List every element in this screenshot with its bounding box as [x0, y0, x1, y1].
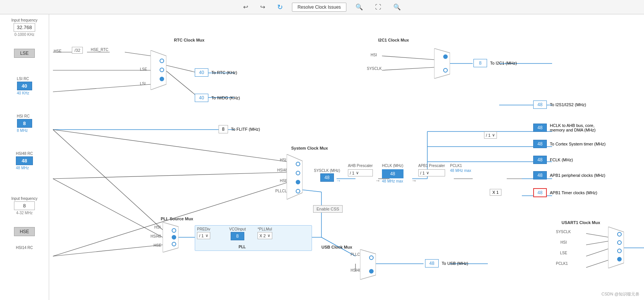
svg-point-50	[160, 59, 164, 63]
svg-point-52	[160, 77, 164, 81]
usart1-hsi-label: HSI	[560, 240, 567, 244]
to-flitf-value: 8	[219, 125, 228, 133]
zoom-button[interactable]: 🔍	[390, 2, 404, 12]
ahb-div1-dropdown[interactable]: / 1 ∨	[484, 131, 497, 139]
pll-area: PREDiv / 1 ∨ VCOInput 8 *PLLMul X 2 ∨	[195, 225, 312, 251]
svg-marker-65	[360, 249, 376, 280]
search-button[interactable]: 🔍	[352, 2, 366, 12]
to-i2c1-container: 8 To I2C1 (MHz)	[473, 59, 517, 67]
svg-point-70	[618, 241, 621, 244]
apb1-prescaler-container: APB1 Prescaler / 1 ∨	[418, 164, 445, 176]
svg-point-62	[172, 229, 176, 232]
i2c1-clock-mux-title: I2C1 Clock Mux	[378, 38, 409, 42]
resolve-clock-issues-button[interactable]: Resolve Clock Issues	[292, 3, 347, 12]
usb-mux[interactable]	[360, 249, 376, 280]
pclk1-label: PCLK1	[450, 164, 471, 168]
input-freq-value-2[interactable]: 8	[14, 201, 35, 210]
hclk-label: HCLK (MHz)	[382, 164, 403, 168]
x1-label: X 1	[490, 189, 501, 196]
hclk-value: 48	[382, 169, 403, 178]
apb1-prescaler-dropdown[interactable]: / 1 ∨	[418, 169, 445, 176]
svg-line-44	[586, 241, 609, 245]
ahb-prescaler-dropdown[interactable]: / 1 ∨	[348, 169, 373, 176]
hsi48-rc-value: 48	[16, 156, 33, 165]
hsi48-rc-label: HSI48 RC	[16, 152, 33, 156]
ahb-prescaler-label: AHB Prescaler	[348, 164, 373, 168]
pllmul-label: *PLLMul	[258, 227, 272, 231]
lsi-rc-unit: 40 KHz	[17, 91, 32, 95]
pll-source-mux-title: PLL Source Mux	[161, 216, 193, 221]
div32-label: /32	[72, 47, 83, 54]
vcoinput-label: VCOInput	[229, 227, 246, 231]
input-freq-label-2: Input frequency	[11, 196, 37, 201]
system-clock-mux[interactable]	[287, 154, 303, 200]
svg-line-26	[382, 67, 435, 70]
vcoinput-value: 8	[231, 232, 244, 240]
hsi48-rc-unit: 48 MHz	[16, 166, 33, 170]
usb-hsi48-label: HSI48	[351, 268, 361, 272]
svg-point-64	[172, 242, 176, 246]
pllmul-dropdown[interactable]: X 2 ∨	[258, 232, 272, 239]
apb1-timer-container: 48 APB1 Timer clocks (MHz)	[533, 188, 597, 197]
svg-line-11	[53, 172, 287, 179]
hse-container: HSE	[14, 226, 35, 236]
usart1-pclk1-label: PCLK1	[556, 261, 568, 266]
redo-button[interactable]: ↪	[257, 2, 268, 12]
lsi-rc-value: 40	[17, 82, 32, 90]
to-i2s-value: 48	[533, 101, 547, 109]
svg-marker-58	[434, 48, 450, 79]
svg-point-59	[444, 55, 447, 59]
input-freq-value-1[interactable]: 32.768	[14, 23, 36, 32]
toolbar: ↩ ↪ ↻ Resolve Clock Issues 🔍 ⛶ 🔍	[0, 0, 644, 14]
cortex-timer-value: 48	[533, 140, 547, 148]
enable-css-button[interactable]: Enable CSS	[313, 205, 343, 213]
expand-button[interactable]: ⛶	[372, 2, 384, 12]
pclk1-container: PCLK1 48 MHz max	[450, 164, 471, 173]
hsi14-rc-label: HSI14 RC	[16, 246, 33, 250]
prediv-dropdown[interactable]: / 1 ∨	[197, 232, 210, 239]
to-usb-value: 48	[425, 259, 439, 268]
rtc-lsi-label: LSI	[140, 82, 146, 86]
apb1-peripheral-label: APB1 peripheral clocks (MHz)	[550, 173, 605, 178]
svg-line-5	[166, 65, 199, 73]
rtc-mux[interactable]	[151, 50, 166, 91]
usart1-mux[interactable]	[608, 227, 624, 269]
pll-label: PLL	[239, 245, 246, 249]
usart1-lse-label: LSE	[560, 251, 567, 255]
to-i2s-label: To I2S1/I2S2 (MHz)	[550, 102, 586, 107]
lsi-rc-container: LSI RC 40 40 KHz	[17, 77, 32, 95]
svg-line-4	[53, 84, 151, 92]
undo-button[interactable]: ↩	[240, 2, 251, 12]
svg-marker-53	[287, 154, 303, 199]
rtc-clock-mux-title: RTC Clock Mux	[174, 38, 205, 42]
rtc-hse-label: HSE	[54, 49, 62, 53]
to-usb-container: 48 To USB (MHz)	[425, 259, 468, 268]
hse-div32-box[interactable]: /32	[72, 47, 83, 54]
svg-line-31	[53, 179, 163, 237]
hclk-ahb-value: 48	[533, 124, 547, 132]
apb1-peripheral-value: 48	[533, 171, 547, 179]
svg-point-63	[172, 235, 176, 239]
svg-line-2	[125, 52, 151, 56]
arrow-right-2: →	[375, 178, 380, 184]
i2c1-hsi-label: HSI	[371, 53, 377, 57]
input-freq-1: Input frequency 32.768 0-1000 KHz	[11, 18, 37, 37]
to-i2s-container: 48 To I2S1/I2S2 (MHz)	[533, 101, 586, 109]
pllmul-container: *PLLMul X 2 ∨	[258, 227, 272, 239]
refresh-button[interactable]: ↻	[274, 2, 286, 13]
enable-css-btn[interactable]: Enable CSS	[313, 205, 343, 213]
pll-source-mux[interactable]	[163, 222, 178, 253]
watermark: CSDN @知识噬元兽	[602, 291, 639, 297]
svg-line-43	[586, 234, 609, 237]
ahb-prescaler-container: AHB Prescaler / 1 ∨	[348, 164, 373, 176]
hsi-rc-container: HSI RC 8 8 MHz	[17, 114, 32, 133]
svg-line-32	[53, 245, 163, 256]
x1-multiplier: X 1	[490, 189, 501, 196]
svg-point-67	[369, 269, 373, 273]
vcoinput-container: VCOInput 8	[229, 227, 246, 240]
i2c1-mux[interactable]	[434, 48, 450, 79]
fclk-container: 48 FCLK (MHz)	[533, 156, 573, 164]
left-sidebar: Input frequency 32.768 0-1000 KHz LSE LS…	[0, 14, 49, 300]
hsi-rc-value: 8	[17, 119, 32, 128]
prediv-container: PREDiv / 1 ∨	[197, 227, 210, 239]
